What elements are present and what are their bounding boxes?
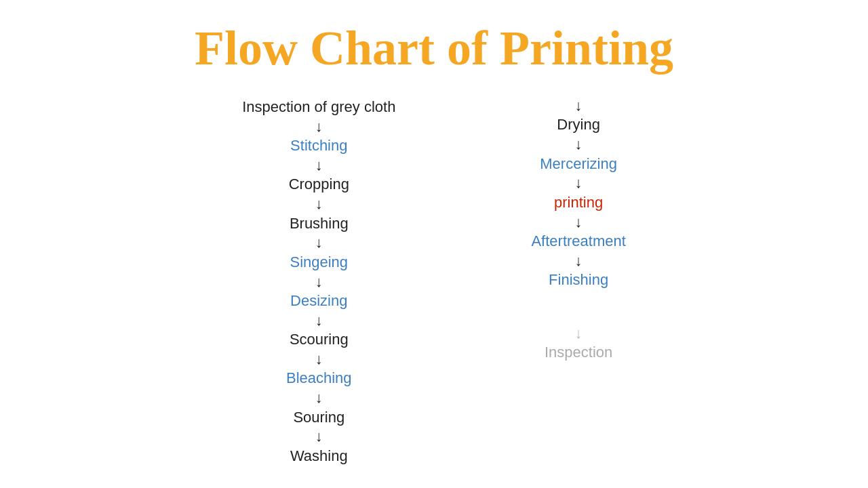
arrow-right-1: ↓ <box>575 97 583 115</box>
right-column: ↓ Drying ↓ Mercerizing ↓ printing ↓ Afte… <box>531 97 625 466</box>
arrow-6: ↓ <box>315 312 323 329</box>
step-stitching: Stitching <box>290 136 347 157</box>
step-cropping: Cropping <box>289 174 349 195</box>
arrow-right-3: ↓ <box>575 174 583 192</box>
arrow-2: ↓ <box>315 157 323 174</box>
arrow-9: ↓ <box>315 428 323 445</box>
step-singeing: Singeing <box>290 252 348 273</box>
arrow-8: ↓ <box>315 389 323 407</box>
step-washing: Washing <box>290 446 348 467</box>
step-printing: printing <box>554 192 603 214</box>
step-desizing: Desizing <box>290 291 347 312</box>
arrow-right-5: ↓ <box>575 252 583 270</box>
arrow-7: ↓ <box>315 350 323 368</box>
page-container: Flow Chart of Printing Inspection of gre… <box>0 0 868 488</box>
step-souring: Souring <box>293 407 344 428</box>
step-finishing: Finishing <box>549 270 608 291</box>
arrow-3: ↓ <box>315 195 323 213</box>
step-inspection-grey: Inspection of grey cloth <box>242 97 395 118</box>
step-brushing: Brushing <box>290 214 349 235</box>
arrow-right-gray: ↓ <box>575 325 583 342</box>
left-column: Inspection of grey cloth ↓ Stitching ↓ C… <box>242 97 395 466</box>
arrow-4: ↓ <box>315 234 323 251</box>
step-inspection: Inspection <box>545 342 612 363</box>
arrow-right-4: ↓ <box>575 214 583 231</box>
arrow-5: ↓ <box>315 273 323 291</box>
step-aftertreatment: Aftertreatment <box>531 231 625 252</box>
arrow-1: ↓ <box>315 118 323 136</box>
arrow-right-2: ↓ <box>575 136 583 153</box>
step-scouring: Scouring <box>290 329 349 350</box>
step-drying: Drying <box>557 115 600 136</box>
flowchart-container: Inspection of grey cloth ↓ Stitching ↓ C… <box>0 90 868 466</box>
step-mercerizing: Mercerizing <box>540 154 617 175</box>
page-title: Flow Chart of Printing <box>0 0 868 90</box>
step-bleaching: Bleaching <box>286 368 352 389</box>
